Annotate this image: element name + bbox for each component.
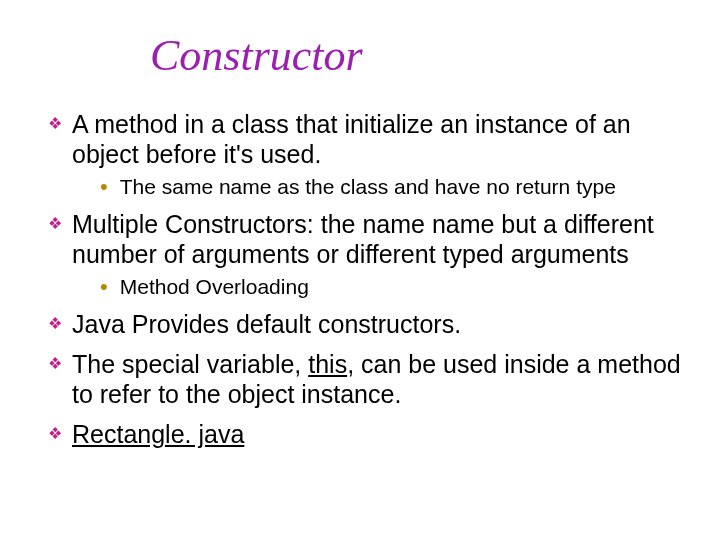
list-item-text: Multiple Constructors: the name name but… xyxy=(72,209,690,269)
slide-title: Constructor xyxy=(150,30,690,81)
list-item: ❖ Java Provides default constructors. xyxy=(48,309,690,339)
list-item: ❖ A method in a class that initialize an… xyxy=(48,109,690,169)
keyword-this: this xyxy=(308,350,347,378)
slide: Constructor ❖ A method in a class that i… xyxy=(0,0,720,540)
dot-bullet-icon: • xyxy=(100,175,108,199)
list-subitem: • The same name as the class and have no… xyxy=(100,175,690,199)
diamond-bullet-icon: ❖ xyxy=(48,349,62,379)
list-item: ❖ Multiple Constructors: the name name b… xyxy=(48,209,690,269)
list-item: ❖ The special variable, this, can be use… xyxy=(48,349,690,409)
list-item-text: The special variable, this, can be used … xyxy=(72,349,690,409)
dot-bullet-icon: • xyxy=(100,275,108,299)
diamond-bullet-icon: ❖ xyxy=(48,309,62,339)
diamond-bullet-icon: ❖ xyxy=(48,109,62,139)
list-item-text: Java Provides default constructors. xyxy=(72,309,461,339)
list-subitem-text: The same name as the class and have no r… xyxy=(120,175,616,199)
diamond-bullet-icon: ❖ xyxy=(48,419,62,449)
list-item: ❖ Rectangle. java xyxy=(48,419,690,449)
list-item-text: Rectangle. java xyxy=(72,419,244,449)
link-rectangle-java[interactable]: Rectangle. java xyxy=(72,420,244,448)
text-fragment: The special variable, xyxy=(72,350,308,378)
list-subitem-text: Method Overloading xyxy=(120,275,309,299)
list-subitem: • Method Overloading xyxy=(100,275,690,299)
list-item-text: A method in a class that initialize an i… xyxy=(72,109,690,169)
diamond-bullet-icon: ❖ xyxy=(48,209,62,239)
